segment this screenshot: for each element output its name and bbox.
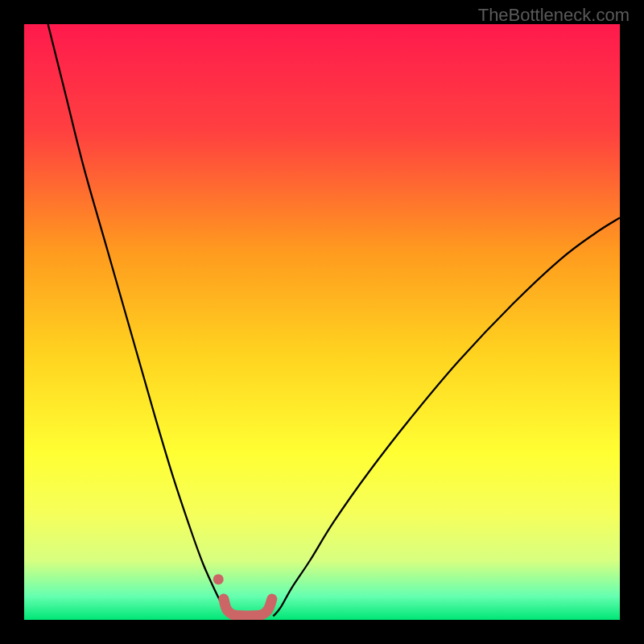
chart-point — [213, 574, 224, 584]
watermark-text: TheBottleneck.com — [478, 5, 630, 26]
chart-background — [24, 24, 620, 620]
chart-plot-area — [24, 24, 620, 620]
chart-svg — [24, 24, 620, 620]
